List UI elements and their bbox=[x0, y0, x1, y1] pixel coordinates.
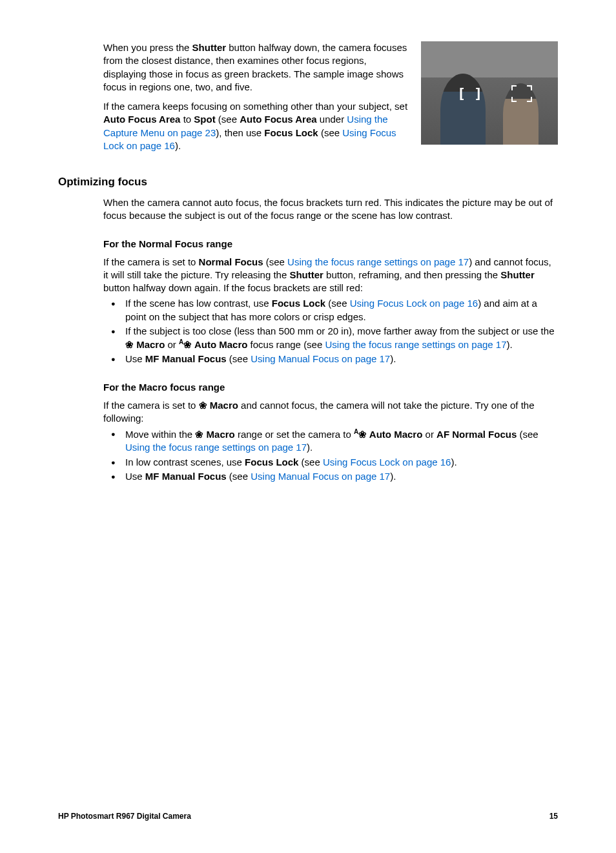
link-focus-range-page[interactable]: on page 17 bbox=[455, 339, 506, 350]
macro-icon: ❀ bbox=[125, 339, 134, 350]
sample-image: [ ] bbox=[421, 41, 558, 145]
link-manual-focus-page[interactable]: on page 17 bbox=[339, 471, 390, 482]
macro-icon: ❀ bbox=[195, 429, 203, 440]
footer-product-name: HP Photosmart R967 Digital Camera bbox=[58, 812, 191, 821]
heading-optimizing-focus: Optimizing focus bbox=[58, 176, 558, 189]
manual-focus-icon: MF bbox=[145, 353, 159, 364]
focus-bracket-left: [ bbox=[457, 85, 466, 101]
link-focus-range-page[interactable]: on page 17 bbox=[418, 256, 469, 267]
heading-macro-focus-range: For the Macro focus range bbox=[103, 382, 558, 393]
link-capture-menu-page[interactable]: on page 23 bbox=[165, 127, 216, 138]
link-focus-lock[interactable]: Using Focus Lock bbox=[350, 298, 427, 309]
link-focus-range-page[interactable]: on page 17 bbox=[256, 442, 307, 453]
list-macro-focus: Move within the ❀ Macro range or set the… bbox=[103, 427, 558, 483]
focus-bracket-box bbox=[511, 85, 532, 102]
link-manual-focus[interactable]: Using Manual Focus bbox=[251, 353, 339, 364]
link-focus-lock-page[interactable]: on page 16 bbox=[427, 298, 478, 309]
focus-bracket-right: ] bbox=[474, 85, 482, 101]
person-silhouette bbox=[440, 74, 486, 145]
list-item: If the scene has low contrast, use Focus… bbox=[103, 297, 558, 324]
link-manual-focus[interactable]: Using Manual Focus bbox=[251, 471, 339, 482]
link-manual-focus-page[interactable]: on page 17 bbox=[339, 353, 390, 364]
list-item: If the subject is too close (less than 5… bbox=[103, 325, 558, 352]
paragraph-optimizing: When the camera cannot auto focus, the f… bbox=[103, 196, 558, 223]
heading-normal-focus-range: For the Normal Focus range bbox=[103, 238, 558, 249]
macro-icon: ❀ bbox=[199, 400, 207, 411]
link-focus-lock-page[interactable]: on page 16 bbox=[124, 140, 175, 151]
list-normal-focus: If the scene has low contrast, use Focus… bbox=[103, 297, 558, 365]
intro-text: When you press the Shutter button halfwa… bbox=[103, 41, 409, 159]
list-item: Move within the ❀ Macro range or set the… bbox=[103, 427, 558, 455]
paragraph-shutter: When you press the Shutter button halfwa… bbox=[103, 41, 409, 94]
paragraph-autofocus: If the camera keeps focusing on somethin… bbox=[103, 100, 409, 152]
link-focus-range-settings[interactable]: Using the focus range settings bbox=[125, 442, 256, 453]
paragraph-normal-focus: If the camera is set to Normal Focus (se… bbox=[103, 256, 558, 295]
af-icon: AF bbox=[436, 429, 449, 440]
manual-focus-icon: MF bbox=[145, 471, 159, 482]
list-item: In low contrast scenes, use Focus Lock (… bbox=[103, 456, 558, 469]
list-item: Use MF Manual Focus (see Using Manual Fo… bbox=[103, 470, 558, 483]
list-item: Use MF Manual Focus (see Using Manual Fo… bbox=[103, 353, 558, 365]
link-focus-range-settings[interactable]: Using the focus range settings bbox=[325, 339, 455, 350]
paragraph-macro-focus: If the camera is set to ❀ Macro and cann… bbox=[103, 399, 558, 426]
footer-page-number: 15 bbox=[549, 812, 558, 821]
link-focus-lock[interactable]: Using Focus Lock bbox=[323, 457, 400, 468]
link-focus-lock-page[interactable]: on page 16 bbox=[400, 457, 451, 468]
link-focus-range-settings[interactable]: Using the focus range settings bbox=[287, 256, 418, 267]
macro-icon: ❀ bbox=[358, 429, 367, 440]
macro-icon: ❀ bbox=[183, 339, 192, 350]
